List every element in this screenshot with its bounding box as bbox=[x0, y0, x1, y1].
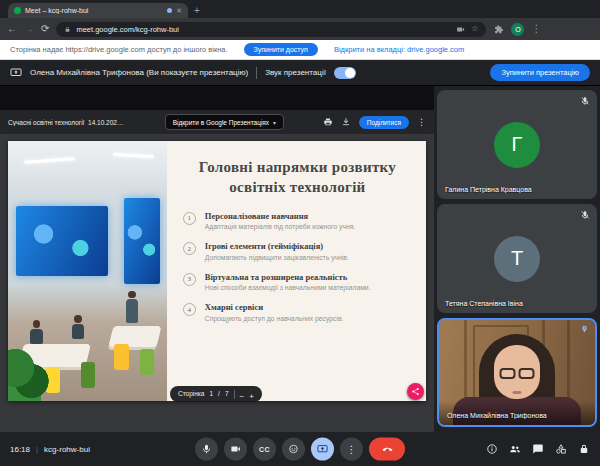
browser-tab-strip: Meet – kcg-rohw-bui ✕ + bbox=[0, 0, 600, 18]
address-bar[interactable]: meet.google.com/kcg-rohw-bui ☆ bbox=[56, 22, 486, 37]
chat-icon bbox=[532, 443, 544, 455]
stop-sharing-button[interactable]: Зупинити доступ bbox=[244, 43, 318, 56]
divider bbox=[234, 390, 235, 399]
camera-icon bbox=[230, 444, 241, 455]
divider: | bbox=[36, 445, 38, 454]
presenting-banner: Олена Михайлівна Трифонова (Ви показуєте… bbox=[0, 60, 600, 86]
share-fab-button[interactable] bbox=[407, 383, 424, 400]
info-icon bbox=[486, 443, 498, 455]
url-text: meet.google.com/kcg-rohw-bui bbox=[76, 25, 179, 34]
chevron-down-icon: ▾ bbox=[273, 119, 276, 126]
page-total: 7 bbox=[225, 391, 229, 398]
page-controls: Сторінка 1 / 7 − + bbox=[170, 386, 262, 402]
student-figure bbox=[126, 291, 139, 323]
decor-shape bbox=[128, 291, 135, 298]
back-button[interactable]: ← bbox=[7, 24, 17, 34]
participant-name: Олена Михайлівна Трифонова bbox=[447, 412, 547, 419]
decor-shape bbox=[513, 391, 522, 394]
browser-menu-icon[interactable]: ⋮ bbox=[531, 24, 541, 34]
meeting-code: kcg-rohw-bui bbox=[44, 445, 90, 454]
chat-button[interactable] bbox=[532, 443, 544, 455]
lock-icon bbox=[64, 26, 71, 33]
avatar: Т bbox=[494, 236, 540, 282]
browser-toolbar: ← → ⟳ meet.google.com/kcg-rohw-bui ☆ О ⋮ bbox=[0, 18, 600, 40]
slide-item: 3 Віртуальна та розширена реальність Нов… bbox=[183, 272, 412, 292]
clock: 16:18 bbox=[10, 445, 30, 454]
screen-share-icon bbox=[10, 67, 22, 79]
mic-button[interactable] bbox=[195, 438, 218, 461]
camera-in-use-icon bbox=[456, 25, 465, 34]
call-end-icon bbox=[381, 443, 394, 456]
meeting-details-button[interactable] bbox=[486, 443, 498, 455]
presenter-label: Олена Михайлівна Трифонова (Ви показуєте… bbox=[30, 68, 248, 77]
present-button[interactable] bbox=[311, 438, 334, 461]
sharing-message: Сторінка надає https://drive.google.com … bbox=[10, 45, 228, 54]
meeting-stage: Сучасні освітні технології_14.10.2024.pd… bbox=[0, 86, 600, 432]
page-separator: / bbox=[218, 391, 220, 398]
people-button[interactable] bbox=[509, 443, 521, 455]
avatar-initial: Т bbox=[511, 247, 523, 270]
profile-avatar[interactable]: О bbox=[511, 23, 524, 36]
browser-tab[interactable]: Meet – kcg-rohw-bui ✕ bbox=[8, 3, 188, 18]
tab-title: Meet – kcg-rohw-bui bbox=[25, 7, 163, 14]
classroom-photo bbox=[8, 141, 167, 401]
more-options-button[interactable]: ⋮ bbox=[340, 438, 363, 461]
tab-media-indicator-icon bbox=[167, 8, 172, 13]
presentation-audio-toggle[interactable] bbox=[334, 67, 356, 79]
new-tab-button[interactable]: + bbox=[194, 6, 200, 18]
participant-name: Тетяна Степанівна Івіна bbox=[445, 300, 523, 307]
meeting-info: 16:18 | kcg-rohw-bui bbox=[10, 432, 90, 466]
student-figure bbox=[72, 315, 85, 338]
more-actions-icon[interactable]: ⋮ bbox=[417, 117, 426, 127]
bookmark-star-icon[interactable]: ☆ bbox=[471, 25, 478, 33]
people-icon bbox=[509, 443, 521, 455]
tab-close-icon[interactable]: ✕ bbox=[176, 7, 182, 14]
meet-control-bar: 16:18 | kcg-rohw-bui CC ⋮ bbox=[0, 432, 600, 466]
share-icon bbox=[411, 387, 420, 396]
drive-share-button[interactable]: Поділитися bbox=[359, 116, 409, 129]
stop-presenting-button[interactable]: Зупинити презентацію bbox=[490, 64, 590, 81]
captions-icon: CC bbox=[259, 446, 270, 453]
open-with-label: Відкрити в Google Презентаціях bbox=[173, 119, 269, 126]
captions-button[interactable]: CC bbox=[253, 438, 276, 461]
student-figure bbox=[30, 320, 43, 343]
zoom-out-button[interactable]: − bbox=[240, 387, 245, 402]
activities-icon bbox=[555, 443, 567, 455]
slide-content: Головні напрямки розвитку освітніх техно… bbox=[167, 141, 426, 401]
reload-button[interactable]: ⟳ bbox=[41, 24, 49, 34]
shared-screen: Сучасні освітні технології_14.10.2024.pd… bbox=[0, 86, 434, 432]
slide-item: 4 Хмарні сервіси Спрощують доступ до нав… bbox=[183, 302, 412, 322]
host-controls-button[interactable] bbox=[578, 443, 590, 455]
print-button[interactable] bbox=[323, 117, 333, 127]
slide-title: Головні напрямки розвитку освітніх техно… bbox=[183, 157, 412, 198]
divider bbox=[256, 67, 257, 79]
zoom-in-button[interactable]: + bbox=[249, 387, 254, 402]
participant-name: Галина Петрівна Кравцова bbox=[445, 186, 532, 193]
classroom-display bbox=[124, 198, 161, 284]
open-with-button[interactable]: Відкрити в Google Презентаціях ▾ bbox=[165, 114, 284, 130]
item-title: Ігрові елементи (гейміфікація) bbox=[205, 241, 349, 251]
reactions-button[interactable] bbox=[282, 438, 305, 461]
self-video-tile[interactable]: Олена Михайлівна Трифонова bbox=[437, 318, 597, 427]
decor-shape bbox=[72, 324, 85, 339]
activities-button[interactable] bbox=[555, 443, 567, 455]
extensions-icon[interactable] bbox=[493, 24, 504, 35]
camera-button[interactable] bbox=[224, 438, 247, 461]
decor-shape bbox=[24, 157, 75, 164]
participant-tile[interactable]: Г Галина Петрівна Кравцова bbox=[437, 90, 597, 199]
slide-item-list: 1 Персоналізоване навчання Адаптація мат… bbox=[183, 211, 412, 322]
forward-button[interactable]: → bbox=[24, 24, 34, 34]
open-shared-tab-link[interactable]: Відкрити на вкладці: drive.google.com bbox=[334, 45, 464, 54]
download-button[interactable] bbox=[341, 117, 351, 127]
call-controls: CC ⋮ bbox=[195, 438, 405, 461]
page-current: 1 bbox=[209, 391, 213, 398]
participant-tile[interactable]: Т Тетяна Степанівна Івіна bbox=[437, 204, 597, 313]
decor-shape bbox=[519, 368, 535, 379]
lock-icon bbox=[578, 443, 590, 455]
app-window: Meet – kcg-rohw-bui ✕ + ← → ⟳ meet.googl… bbox=[0, 0, 600, 466]
classroom-display bbox=[16, 206, 108, 276]
file-name: Сучасні освітні технології_14.10.2024.pd… bbox=[8, 119, 126, 126]
presentation-audio-label: Звук презентації bbox=[265, 68, 326, 77]
tab-sharing-infobar: Сторінка надає https://drive.google.com … bbox=[0, 40, 600, 60]
leave-call-button[interactable] bbox=[369, 438, 405, 461]
